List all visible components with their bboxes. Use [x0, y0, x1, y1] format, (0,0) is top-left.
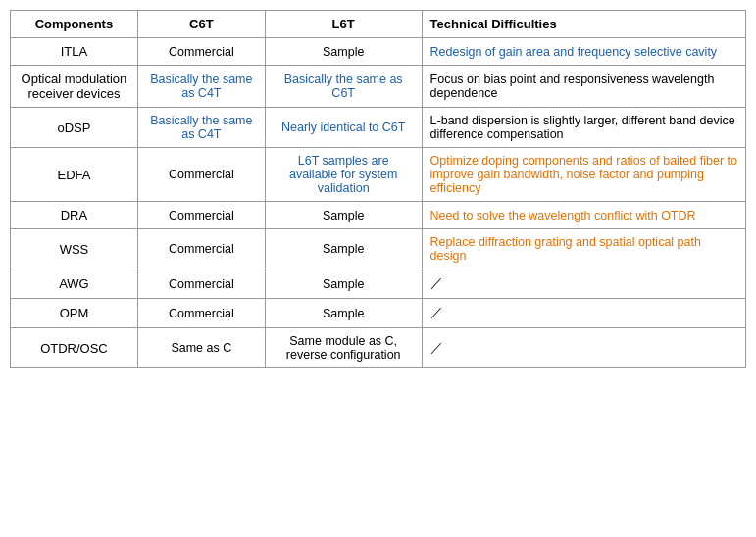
table-row: ITLACommercialSampleRedesign of gain are… — [11, 38, 746, 66]
table-row: OTDR/OSCSame as CSame module as C, rever… — [11, 328, 746, 368]
cell-c6t-0: Commercial — [137, 38, 265, 66]
main-table-container: Components C6T L6T Technical Difficultie… — [10, 10, 746, 368]
table-row: EDFACommercialL6T samples are available … — [11, 148, 746, 202]
cell-l6t-4: Sample — [265, 202, 422, 229]
cell-component-8: OTDR/OSC — [11, 328, 138, 368]
cell-component-5: WSS — [11, 229, 138, 269]
table-row: oDSPBasically the same as C4TNearly iden… — [11, 108, 746, 148]
cell-c6t-2: Basically the same as C4T — [137, 108, 265, 148]
cell-tech-4: Need to solve the wavelength conflict wi… — [422, 202, 745, 229]
component-table: Components C6T L6T Technical Difficultie… — [10, 10, 746, 368]
cell-l6t-8: Same module as C, reverse configuration — [265, 328, 422, 368]
cell-tech-8: ／ — [422, 328, 745, 368]
table-row: Optical modulation receiver devicesBasic… — [11, 66, 746, 108]
cell-tech-6: ／ — [422, 269, 745, 299]
cell-c6t-3: Commercial — [137, 148, 265, 202]
header-c6t: C6T — [137, 11, 265, 38]
cell-component-1: Optical modulation receiver devices — [11, 66, 138, 108]
cell-l6t-6: Sample — [265, 269, 422, 299]
cell-c6t-5: Commercial — [137, 229, 265, 269]
cell-c6t-7: Commercial — [137, 299, 265, 328]
cell-c6t-8: Same as C — [137, 328, 265, 368]
table-row: WSSCommercialSampleReplace diffraction g… — [11, 229, 746, 269]
cell-tech-7: ／ — [422, 299, 745, 328]
header-tech: Technical Difficulties — [422, 11, 745, 38]
table-row: OPMCommercialSample／ — [11, 299, 746, 328]
cell-l6t-2: Nearly identical to C6T — [265, 108, 422, 148]
cell-l6t-1: Basically the same as C6T — [265, 66, 422, 108]
cell-tech-5: Replace diffraction grating and spatial … — [422, 229, 745, 269]
cell-tech-0: Redesign of gain area and frequency sele… — [422, 38, 745, 66]
header-row: Components C6T L6T Technical Difficultie… — [11, 11, 746, 38]
cell-component-2: oDSP — [11, 108, 138, 148]
cell-l6t-7: Sample — [265, 299, 422, 328]
header-components: Components — [11, 11, 138, 38]
cell-component-3: EDFA — [11, 148, 138, 202]
cell-c6t-4: Commercial — [137, 202, 265, 229]
cell-component-0: ITLA — [11, 38, 138, 66]
cell-l6t-5: Sample — [265, 229, 422, 269]
header-l6t: L6T — [265, 11, 422, 38]
table-row: DRACommercialSampleNeed to solve the wav… — [11, 202, 746, 229]
cell-component-6: AWG — [11, 269, 138, 299]
cell-tech-3: Optimize doping components and ratios of… — [422, 148, 745, 202]
cell-component-7: OPM — [11, 299, 138, 328]
cell-c6t-6: Commercial — [137, 269, 265, 299]
table-row: AWGCommercialSample／ — [11, 269, 746, 299]
cell-tech-1: Focus on bias point and responsiveness w… — [422, 66, 745, 108]
cell-tech-2: L-band dispersion is slightly larger, di… — [422, 108, 745, 148]
cell-component-4: DRA — [11, 202, 138, 229]
cell-l6t-3: L6T samples are available for system val… — [265, 148, 422, 202]
cell-l6t-0: Sample — [265, 38, 422, 66]
cell-c6t-1: Basically the same as C4T — [137, 66, 265, 108]
